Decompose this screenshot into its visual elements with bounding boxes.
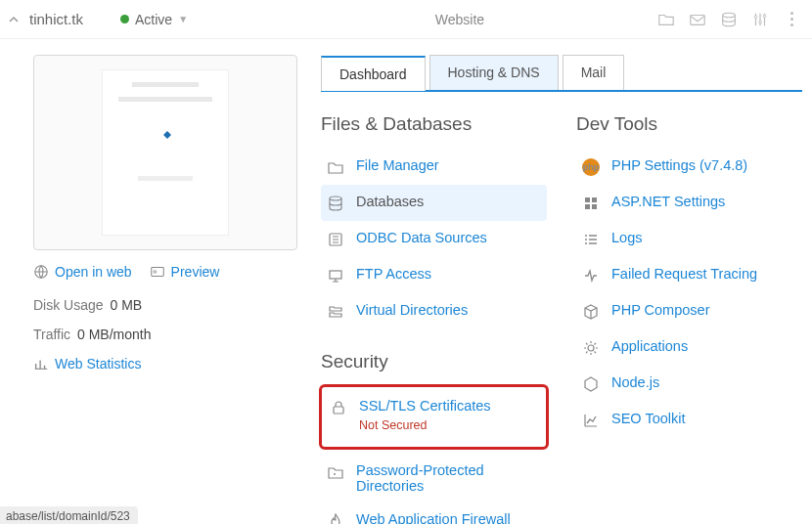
topbar: tinhict.tk Active ▼ Website [0, 0, 812, 39]
preview-link[interactable]: Preview [150, 264, 220, 280]
item-composer[interactable]: PHP Composer [576, 293, 802, 329]
item-ftp[interactable]: FTP Access [321, 257, 547, 293]
svg-rect-15 [585, 204, 590, 209]
chevron-up-icon[interactable] [8, 14, 22, 25]
ftp-icon [327, 267, 344, 284]
preview-icon [150, 264, 165, 280]
item-waf[interactable]: Web Application Firewall [321, 502, 547, 524]
svg-point-2 [754, 15, 757, 18]
flame-icon [327, 512, 344, 524]
stats-block: Disk Usage 0 MB Traffic 0 MB/month Web S… [33, 297, 297, 371]
svg-rect-10 [330, 271, 341, 279]
item-asp[interactable]: ASP.NET Settings [576, 185, 802, 221]
svg-rect-0 [691, 15, 704, 24]
tab-dashboard[interactable]: Dashboard [321, 56, 426, 91]
content: Open in web Preview Disk Usage 0 MB Traf… [0, 39, 812, 524]
status-dot-icon [120, 15, 129, 23]
folder-icon[interactable] [657, 11, 675, 28]
right-column: Dashboard Hosting & DNS Mail Files & Dat… [321, 55, 802, 524]
item-php[interactable]: php PHP Settings (v7.4.8) [576, 149, 802, 185]
disk-usage-label: Disk Usage [33, 297, 104, 313]
left-column: Open in web Preview Disk Usage 0 MB Traf… [33, 55, 297, 524]
trace-icon [582, 267, 600, 284]
item-databases[interactable]: Databases [321, 185, 547, 221]
tab-hosting-dns[interactable]: Hosting & DNS [429, 55, 559, 90]
chart-up-icon [582, 412, 600, 429]
lock-icon [330, 399, 347, 416]
nodejs-icon [582, 375, 600, 393]
svg-point-1 [723, 13, 736, 18]
database-icon[interactable] [720, 11, 738, 28]
nodejs-label: Node.js [611, 374, 659, 390]
traffic-label: Traffic [33, 327, 70, 342]
dashboard-panes: Files & Databases File Manager Databases… [321, 109, 802, 524]
item-seo[interactable]: SEO Toolkit [576, 402, 802, 438]
virtual-dir-icon [327, 303, 344, 321]
open-in-web-link[interactable]: Open in web [33, 264, 132, 280]
topbar-actions [657, 11, 804, 28]
databases-label: Databases [356, 194, 424, 209]
composer-icon [582, 303, 600, 321]
svg-point-7 [154, 271, 157, 274]
globe-icon [33, 264, 49, 280]
col-dev-tools: Dev Tools php PHP Settings (v7.4.8) ASP.… [576, 109, 802, 524]
failed-trace-label: Failed Request Tracing [611, 266, 757, 282]
topbar-center-label: Website [262, 12, 657, 27]
svg-point-8 [330, 196, 341, 200]
applications-label: Applications [611, 338, 688, 354]
folder-open-icon [327, 158, 344, 176]
caret-down-icon: ▼ [178, 14, 188, 24]
waf-label: Web Application Firewall [356, 511, 511, 524]
web-stats-label: Web Statistics [55, 356, 141, 371]
item-file-manager[interactable]: File Manager [321, 149, 547, 185]
svg-rect-14 [592, 197, 597, 202]
svg-rect-16 [592, 204, 597, 209]
item-virtual-dirs[interactable]: Virtual Directories [321, 293, 547, 329]
sliders-icon[interactable] [751, 11, 769, 28]
status-label: Active [135, 12, 172, 27]
seo-label: SEO Toolkit [611, 411, 686, 426]
svg-rect-13 [585, 197, 590, 202]
svg-point-3 [759, 21, 762, 23]
pass-prot-label: Password-Protected Directories [356, 462, 541, 494]
ssl-highlight-box: SSL/TLS Certificates Not Secured [319, 384, 549, 450]
virtual-dirs-label: Virtual Directories [356, 302, 468, 318]
preview-label: Preview [171, 264, 220, 280]
odbc-label: ODBC Data Sources [356, 230, 487, 245]
grid-icon [582, 195, 600, 212]
key-folder-icon [327, 463, 344, 481]
traffic-row: Traffic 0 MB/month [33, 327, 297, 342]
item-logs[interactable]: Logs [576, 221, 802, 257]
tabs: Dashboard Hosting & DNS Mail [321, 55, 802, 92]
asp-label: ASP.NET Settings [611, 194, 725, 209]
tab-mail[interactable]: Mail [563, 55, 625, 90]
col-files-security: Files & Databases File Manager Databases… [321, 109, 547, 524]
site-thumbnail[interactable] [33, 55, 297, 250]
status-select[interactable]: Active ▼ [120, 12, 188, 27]
svg-point-12 [334, 473, 336, 475]
domain-name[interactable]: tinhict.tk [29, 11, 83, 27]
browser-status-url: abase/list/domainId/523 [0, 506, 138, 524]
web-statistics-link[interactable]: Web Statistics [33, 356, 297, 371]
item-pass-protected[interactable]: Password-Protected Directories [321, 454, 547, 502]
database-stack-icon [327, 195, 344, 212]
svg-rect-11 [334, 407, 343, 414]
kebab-menu-icon[interactable] [783, 11, 800, 28]
ssl-status: Not Secured [359, 418, 491, 432]
list-icon [582, 231, 600, 248]
thumbnail-preview [102, 69, 229, 236]
item-ssl[interactable]: SSL/TLS Certificates Not Secured [324, 389, 544, 441]
logs-label: Logs [611, 230, 642, 245]
php-label: PHP Settings (v7.4.8) [611, 157, 747, 173]
disk-usage-value: 0 MB [110, 297, 142, 313]
item-odbc[interactable]: ODBC Data Sources [321, 221, 547, 257]
item-applications[interactable]: Applications [576, 329, 802, 366]
ftp-label: FTP Access [356, 266, 431, 282]
section-dev-tools: Dev Tools [576, 113, 802, 135]
item-failed-trace[interactable]: Failed Request Tracing [576, 257, 802, 293]
item-nodejs[interactable]: Node.js [576, 366, 802, 402]
plesk-logo-icon [156, 129, 175, 149]
svg-point-4 [763, 15, 766, 18]
composer-label: PHP Composer [611, 302, 709, 318]
mail-icon[interactable] [689, 11, 706, 28]
